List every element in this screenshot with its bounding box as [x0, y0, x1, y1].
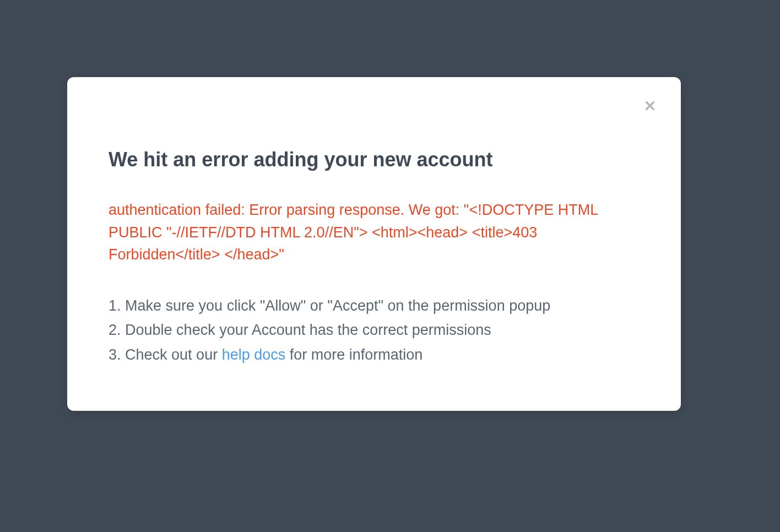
step-text-after: for more information	[285, 346, 422, 363]
close-icon	[643, 99, 657, 115]
instruction-step: 1. Make sure you click "Allow" or "Accep…	[109, 294, 640, 318]
step-text-before: Check out our	[125, 346, 222, 363]
step-text: Double check your Account has the correc…	[125, 322, 491, 338]
instructions-list: 1. Make sure you click "Allow" or "Accep…	[109, 294, 640, 367]
error-modal: We hit an error adding your new account …	[67, 77, 681, 411]
help-docs-link[interactable]: help docs	[222, 346, 286, 363]
step-number: 3.	[109, 346, 121, 363]
instruction-step: 2. Double check your Account has the cor…	[109, 318, 640, 343]
step-number: 1.	[109, 297, 121, 314]
close-button[interactable]	[641, 98, 659, 116]
modal-title: We hit an error adding your new account	[109, 148, 640, 171]
step-text: Make sure you click "Allow" or "Accept" …	[125, 297, 550, 314]
error-message: authentication failed: Error parsing res…	[109, 199, 640, 266]
instruction-step: 3. Check out our help docs for more info…	[109, 343, 640, 367]
step-number: 2.	[109, 322, 121, 338]
